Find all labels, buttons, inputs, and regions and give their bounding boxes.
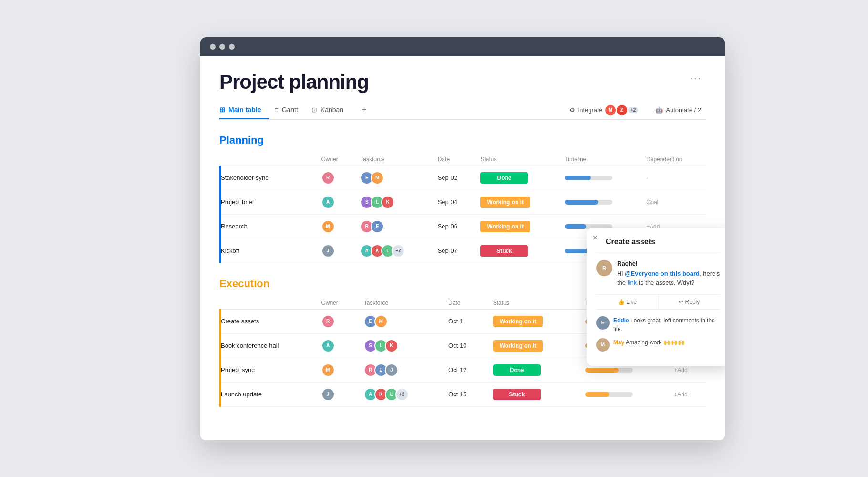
date-cell: Sep 06: [432, 214, 475, 238]
reply-author-may: May: [613, 339, 624, 346]
tabs-bar: ⊞ Main table ≡ Gantt ⊡ Kanban + ⚙ Integr…: [219, 101, 706, 120]
integrate-label: Integrate: [578, 106, 602, 114]
avatar: J: [321, 244, 335, 258]
tab-main-table[interactable]: ⊞ Main table: [219, 101, 269, 119]
reply-author-eddie: Eddie: [613, 317, 629, 324]
kanban-icon: ⊡: [311, 106, 317, 114]
task-name: Project sync: [220, 358, 316, 382]
status-badge: Working on it: [493, 340, 543, 352]
integrate-button[interactable]: ⚙ Integrate M Z +2: [565, 102, 643, 118]
add-view-button[interactable]: +: [357, 105, 372, 115]
date-cell: Oct 1: [443, 309, 487, 333]
comment-author-name: Rachel: [617, 260, 720, 267]
reply-avatar-may: M: [596, 338, 610, 352]
owner-cell: A: [316, 333, 358, 358]
integrate-icon: ⚙: [569, 106, 575, 114]
monday-icon: M: [605, 105, 616, 115]
table-row: Project brief A S L K: [220, 190, 706, 214]
owner-cell: R: [316, 309, 358, 333]
comment-panel: ✕ Create assets R Rachel Hi @Everyone on…: [587, 228, 725, 366]
dependent-cell: -: [641, 166, 706, 190]
taskforce-cell: A K L +2: [358, 382, 443, 406]
avatar: K: [381, 196, 394, 209]
browser-titlebar: [200, 37, 725, 56]
task-name: Stakeholder sync: [220, 166, 316, 190]
comment-author-avatar: R: [596, 260, 612, 276]
comment-link[interactable]: link: [628, 279, 637, 286]
taskforce-cell: S L K: [358, 333, 443, 358]
browser-dot-2: [219, 44, 225, 50]
status-cell: Done: [487, 358, 579, 382]
page-title: Project planning: [219, 71, 369, 93]
avatar: J: [321, 388, 335, 401]
tab-gantt-label: Gantt: [282, 106, 298, 114]
status-cell: Working on it: [487, 333, 579, 358]
browser-window: Project planning ··· ⊞ Main table ≡ Gant…: [200, 37, 725, 440]
date-cell: Oct 10: [443, 333, 487, 358]
taskforce-cell: E M: [354, 166, 432, 190]
col-date: Date: [432, 153, 475, 166]
reply-text-may: May Amazing work 🙌🙌🙌: [613, 338, 685, 347]
col-status: Status: [487, 297, 579, 310]
taskforce-cell: S L K: [354, 190, 432, 214]
comment-mention: @Everyone on this board: [625, 270, 700, 277]
taskforce-cell: A K L +2: [354, 238, 432, 263]
task-name: Research: [220, 214, 316, 238]
status-cell: Stuck: [475, 238, 559, 263]
col-taskforce: Taskforce: [354, 153, 432, 166]
task-name: Project brief: [220, 190, 316, 214]
reply-row-eddie: E Eddie Looks great, left comments in th…: [596, 316, 720, 333]
col-dependent: Dependent on: [641, 153, 706, 166]
comment-text: Hi @Everyone on this board, here's the l…: [617, 269, 720, 288]
comment-divider: [596, 253, 720, 253]
owner-cell: J: [316, 238, 355, 263]
col-taskforce: Taskforce: [358, 297, 443, 310]
status-badge: Working on it: [493, 316, 543, 327]
tab-kanban[interactable]: ⊡ Kanban: [311, 101, 352, 119]
like-button[interactable]: 👍 Like: [596, 295, 659, 309]
reply-text-eddie: Eddie Looks great, left comments in the …: [613, 316, 720, 333]
add-cell[interactable]: +Add: [668, 382, 706, 406]
avatar: E: [371, 220, 384, 233]
browser-dot-1: [210, 44, 216, 50]
avatar: A: [321, 339, 335, 353]
tab-kanban-label: Kanban: [320, 106, 343, 114]
avatar: R: [321, 315, 335, 328]
timeline-cell: [559, 190, 641, 214]
table-row: Launch update J A K L: [220, 382, 706, 406]
tab-gantt[interactable]: ≡ Gantt: [274, 101, 306, 119]
col-task: [220, 153, 316, 166]
timeline-cell: [579, 382, 668, 406]
avatar-more: +2: [395, 388, 409, 401]
comment-close-button[interactable]: ✕: [592, 234, 598, 241]
comment-actions: 👍 Like ↩ Reply: [596, 294, 720, 310]
comment-text-after: to the assets. Wdyt?: [637, 279, 694, 286]
reply-button[interactable]: ↩ Reply: [659, 295, 721, 309]
avatar-more: +2: [392, 244, 405, 258]
reply-content-may: Amazing work 🙌🙌🙌: [626, 339, 685, 346]
avatar: J: [385, 363, 398, 377]
avatar: R: [321, 171, 335, 185]
date-cell: Oct 12: [443, 358, 487, 382]
avatar: K: [385, 339, 398, 353]
browser-content: Project planning ··· ⊞ Main table ≡ Gant…: [200, 56, 725, 440]
task-name: Kickoff: [220, 238, 316, 263]
more-options-button[interactable]: ···: [686, 71, 706, 85]
date-cell: Sep 02: [432, 166, 475, 190]
integration-icons: M Z +2: [605, 105, 638, 115]
tab-main-table-label: Main table: [228, 106, 261, 114]
reply-avatar-eddie: E: [596, 316, 610, 330]
browser-dot-3: [229, 44, 235, 50]
automate-button[interactable]: 🤖 Automate / 2: [651, 104, 706, 116]
comment-text-before: Hi: [617, 270, 625, 277]
date-cell: Oct 15: [443, 382, 487, 406]
integration-plus: +2: [628, 107, 638, 113]
owner-cell: M: [316, 214, 355, 238]
col-owner: Owner: [316, 297, 358, 310]
taskforce-cell: E M: [358, 309, 443, 333]
owner-cell: M: [316, 358, 358, 382]
status-badge: Done: [493, 364, 541, 376]
automate-icon: 🤖: [655, 106, 663, 114]
taskforce-cell: R E: [354, 214, 432, 238]
planning-table-header: Owner Taskforce Date Status Timeline Dep…: [220, 153, 706, 166]
